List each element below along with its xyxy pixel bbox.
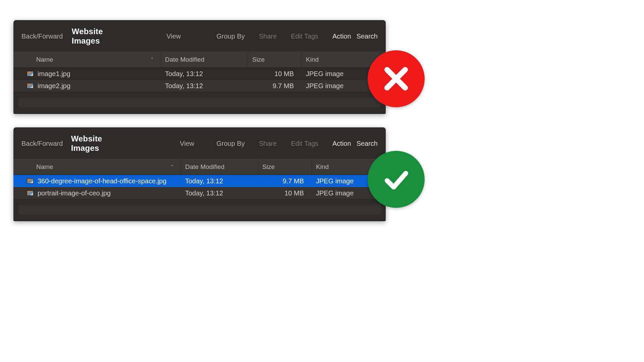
- column-headers: Name ˄ Date Modified Size Kind: [13, 52, 386, 68]
- column-header-name[interactable]: Name ˄: [13, 52, 161, 67]
- file-size: 9.7 MB: [248, 80, 302, 92]
- toolbar: Back/Forward Website Images View Group B…: [13, 20, 386, 52]
- column-header-size[interactable]: Size: [248, 52, 302, 67]
- path-bar: [18, 204, 381, 215]
- column-header-size[interactable]: Size: [258, 159, 312, 175]
- column-header-name[interactable]: Name ˄: [13, 159, 181, 175]
- edit-tags-button[interactable]: Edit Tags: [291, 140, 318, 147]
- column-header-name-label: Name: [36, 56, 53, 63]
- file-date: Today, 13:12: [181, 175, 258, 187]
- back-forward-button[interactable]: Back/Forward: [21, 140, 63, 147]
- file-date: Today, 13:12: [181, 187, 258, 199]
- back-forward-button[interactable]: Back/Forward: [21, 33, 63, 40]
- search-button[interactable]: Search: [357, 140, 378, 147]
- table-row[interactable]: portrait-image-of-ceo.jpg Today, 13:12 1…: [13, 187, 386, 199]
- file-size: 10 MB: [258, 187, 312, 199]
- x-icon: [381, 64, 411, 94]
- file-name: portrait-image-of-ceo.jpg: [38, 189, 111, 197]
- sort-ascending-icon: ˄: [171, 164, 173, 170]
- action-button[interactable]: Action: [332, 140, 351, 147]
- search-button[interactable]: Search: [357, 33, 378, 40]
- window-title: Website Images: [72, 27, 117, 46]
- table-row[interactable]: image1.jpg Today, 13:12 10 MB JPEG image: [13, 68, 386, 80]
- file-thumbnail-icon: [27, 190, 34, 196]
- finder-window-bad: Back/Forward Website Images View Group B…: [13, 20, 386, 114]
- bad-badge: [368, 50, 425, 107]
- check-icon: [381, 164, 411, 194]
- file-name: image1.jpg: [38, 70, 70, 78]
- action-button[interactable]: Action: [332, 33, 351, 40]
- column-headers: Name ˄ Date Modified Size Kind: [13, 159, 386, 175]
- file-thumbnail-icon: [27, 178, 34, 184]
- good-badge: [368, 151, 425, 208]
- group-by-button[interactable]: Group By: [216, 33, 245, 40]
- table-row[interactable]: 360-degree-image-of-head-office-space.jp…: [13, 175, 386, 187]
- column-header-name-label: Name: [36, 163, 53, 171]
- file-name: image2.jpg: [38, 82, 70, 90]
- toolbar: Back/Forward Website Images View Group B…: [13, 127, 386, 159]
- file-thumbnail-icon: [27, 71, 34, 76]
- file-size: 10 MB: [248, 68, 302, 80]
- column-header-date[interactable]: Date Modified: [181, 159, 258, 175]
- file-date: Today, 13:12: [161, 68, 248, 80]
- file-list: image1.jpg Today, 13:12 10 MB JPEG image…: [13, 68, 386, 92]
- column-header-date[interactable]: Date Modified: [161, 52, 248, 67]
- file-name: 360-degree-image-of-head-office-space.jp…: [38, 177, 166, 185]
- path-bar: [18, 97, 381, 107]
- file-list: 360-degree-image-of-head-office-space.jp…: [13, 175, 386, 199]
- group-by-button[interactable]: Group By: [216, 140, 245, 147]
- window-title: Website Images: [71, 134, 108, 153]
- file-date: Today, 13:12: [161, 80, 248, 92]
- file-size: 9.7 MB: [258, 175, 312, 187]
- finder-window-good: Back/Forward Website Images View Group B…: [13, 127, 386, 221]
- view-button[interactable]: View: [180, 140, 194, 147]
- sort-ascending-icon: ˄: [151, 57, 153, 62]
- share-button[interactable]: Share: [259, 140, 277, 147]
- view-button[interactable]: View: [166, 33, 181, 40]
- edit-tags-button[interactable]: Edit Tags: [291, 33, 318, 40]
- file-thumbnail-icon: [27, 83, 34, 88]
- share-button[interactable]: Share: [259, 33, 277, 40]
- table-row[interactable]: image2.jpg Today, 13:12 9.7 MB JPEG imag…: [13, 80, 386, 92]
